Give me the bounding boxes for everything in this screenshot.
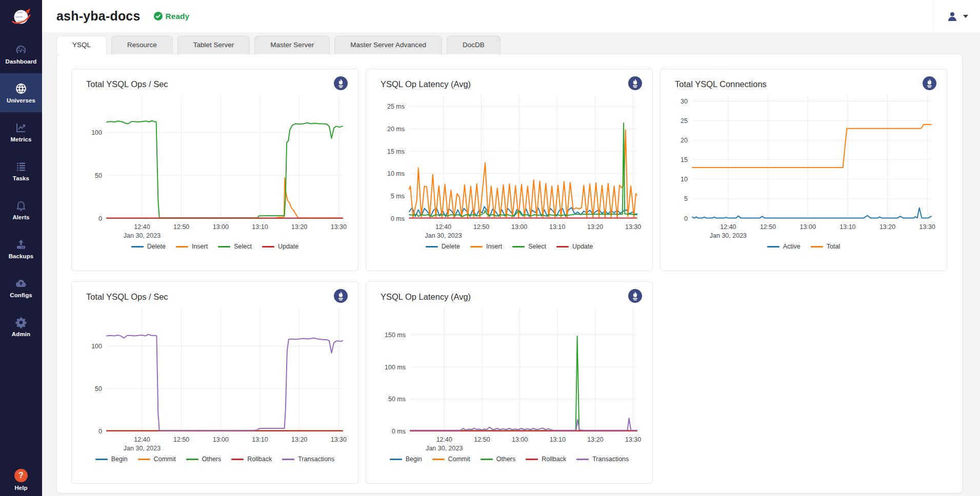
legend-item-transactions[interactable]: Transactions	[282, 456, 334, 463]
legend-item-update[interactable]: Update	[262, 243, 298, 250]
sidebar-item-metrics[interactable]: Metrics	[0, 112, 42, 151]
svg-text:12:50: 12:50	[760, 223, 776, 231]
svg-text:13:20: 13:20	[291, 436, 307, 443]
page-title: ash-yba-docs	[56, 9, 141, 24]
chart-legend: BeginCommitOthersRollbackTransactions	[377, 456, 641, 463]
legend-item-select[interactable]: Select	[512, 243, 546, 250]
sidebar-item-tasks[interactable]: Tasks	[0, 151, 42, 190]
svg-text:13:20: 13:20	[879, 223, 895, 231]
svg-text:50 ms: 50 ms	[388, 396, 406, 403]
chart-panel: Total YSQL Connections12:4012:5013:0013:…	[660, 69, 947, 271]
chart-title: Total YSQL Connections	[672, 77, 935, 89]
tab-ysql[interactable]: YSQL	[56, 36, 107, 54]
legend-label: Others	[202, 456, 222, 463]
tasks-icon	[15, 160, 27, 173]
legend-swatch	[470, 246, 483, 247]
svg-text:13:00: 13:00	[511, 223, 527, 231]
legend-item-others[interactable]: Others	[186, 456, 222, 463]
user-menu[interactable]	[933, 0, 980, 32]
check-circle-icon	[154, 12, 163, 20]
svg-text:Jan 30, 2023: Jan 30, 2023	[426, 445, 463, 452]
legend-item-rollback[interactable]: Rollback	[526, 456, 566, 463]
legend-item-delete[interactable]: Delete	[426, 243, 460, 250]
svg-text:13:20: 13:20	[587, 223, 603, 231]
sidebar-item-backups[interactable]: Backups	[0, 229, 42, 268]
chart-legend: ActiveTotal	[672, 243, 935, 250]
legend-item-commit[interactable]: Commit	[432, 456, 470, 463]
tab-resource[interactable]: Resource	[111, 36, 173, 54]
tab-docdb[interactable]: DocDB	[447, 36, 501, 54]
legend-item-begin[interactable]: Begin	[95, 456, 128, 463]
svg-text:12:40: 12:40	[435, 223, 451, 231]
legend-item-commit[interactable]: Commit	[138, 456, 176, 463]
legend-item-update[interactable]: Update	[556, 243, 593, 250]
legend-item-delete[interactable]: Delete	[131, 243, 166, 250]
legend-label: Total	[827, 243, 840, 250]
chart-title: YSQL Op Latency (Avg)	[377, 290, 641, 302]
svg-text:12:40: 12:40	[720, 223, 736, 231]
tab-master-server-advanced[interactable]: Master Server Advanced	[334, 36, 442, 54]
chart-canvas[interactable]: 12:4012:5013:0013:1013:2013:300 ms50 ms1…	[377, 304, 641, 456]
svg-text:25: 25	[681, 117, 688, 125]
alerts-icon	[15, 199, 27, 212]
legend-swatch	[481, 459, 493, 460]
legend-swatch	[767, 246, 779, 247]
chart-canvas[interactable]: 12:4012:5013:0013:1013:2013:30050100Jan …	[83, 304, 347, 456]
sidebar-item-alerts[interactable]: Alerts	[0, 190, 42, 229]
user-icon	[946, 10, 959, 23]
chart-title: YSQL Op Latency (Avg)	[377, 77, 641, 89]
sidebar-item-universes[interactable]: Universes	[0, 73, 42, 112]
prometheus-icon[interactable]	[628, 289, 642, 303]
sidebar-item-dashboard[interactable]: Dashboard	[0, 34, 42, 73]
sidebar-item-label: Admin	[12, 331, 30, 337]
svg-text:13:20: 13:20	[587, 436, 603, 443]
legend-item-begin[interactable]: Begin	[390, 456, 422, 463]
metrics-icon	[15, 121, 27, 134]
prometheus-icon[interactable]	[334, 76, 348, 90]
legend-label: Commit	[448, 456, 470, 463]
tab-tablet-server[interactable]: Tablet Server	[177, 36, 250, 54]
legend-swatch	[186, 459, 198, 460]
chart-canvas[interactable]: 12:4012:5013:0013:1013:2013:300 ms5 ms10…	[377, 91, 641, 243]
svg-text:13:10: 13:10	[252, 223, 268, 231]
legend-item-active[interactable]: Active	[767, 243, 801, 250]
chart-canvas[interactable]: 12:4012:5013:0013:1013:2013:30050100Jan …	[83, 91, 347, 243]
legend-item-insert[interactable]: Insert	[470, 243, 502, 250]
legend-swatch	[390, 459, 402, 460]
svg-text:13:10: 13:10	[549, 223, 565, 231]
legend-label: Transactions	[592, 456, 629, 463]
sidebar-item-help[interactable]: ? Help	[0, 469, 42, 491]
admin-icon	[15, 316, 27, 328]
legend-item-transactions[interactable]: Transactions	[576, 456, 629, 463]
prometheus-icon[interactable]	[334, 289, 348, 303]
sidebar-item-configs[interactable]: Configs	[0, 268, 42, 307]
legend-swatch	[282, 459, 294, 460]
legend-item-total[interactable]: Total	[811, 243, 840, 250]
chart-title: Total YSQL Ops / Sec	[83, 77, 347, 89]
legend-label: Active	[783, 243, 801, 250]
legend-item-select[interactable]: Select	[218, 243, 252, 250]
legend-item-insert[interactable]: Insert	[176, 243, 208, 250]
svg-text:30: 30	[681, 98, 688, 105]
legend-label: Rollback	[542, 456, 566, 463]
prometheus-icon[interactable]	[923, 76, 936, 90]
tab-master-server[interactable]: Master Server	[254, 36, 330, 54]
legend-label: Begin	[111, 456, 128, 463]
legend-item-rollback[interactable]: Rollback	[231, 456, 272, 463]
svg-text:13:30: 13:30	[919, 223, 935, 231]
svg-text:150 ms: 150 ms	[385, 332, 406, 339]
yugabyte-logo-icon[interactable]	[0, 0, 42, 34]
svg-text:12:40: 12:40	[134, 223, 150, 231]
sidebar-item-admin[interactable]: Admin	[0, 307, 42, 346]
chart-canvas[interactable]: 12:4012:5013:0013:1013:2013:300510152025…	[672, 91, 935, 243]
legend-swatch	[131, 246, 144, 247]
legend-swatch	[231, 459, 244, 460]
legend-label: Insert	[486, 243, 502, 250]
prometheus-icon[interactable]	[628, 76, 642, 90]
backups-icon	[15, 238, 27, 251]
legend-label: Transactions	[298, 456, 334, 463]
sidebar-item-label: Universes	[7, 97, 35, 104]
svg-text:12:50: 12:50	[473, 223, 489, 231]
svg-text:50: 50	[95, 385, 102, 392]
legend-item-others[interactable]: Others	[481, 456, 516, 463]
